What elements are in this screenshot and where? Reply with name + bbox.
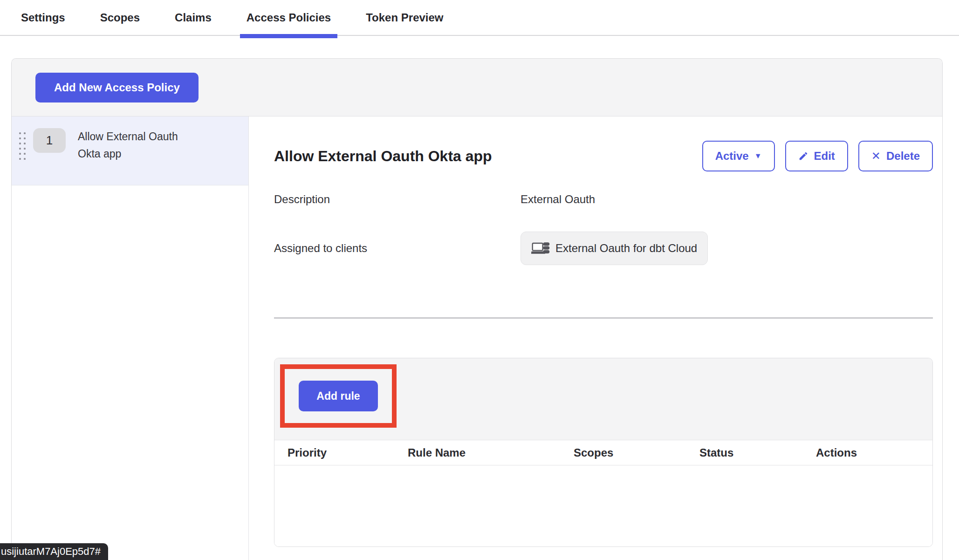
- status-dropdown-button[interactable]: Active ▼: [702, 141, 775, 171]
- okta-authorization-server-page: Settings Scopes Claims Access Policies T…: [0, 0, 959, 560]
- drag-handle-icon[interactable]: [19, 132, 26, 160]
- description-value: External Oauth: [521, 193, 595, 206]
- active-tab-underline: [240, 34, 337, 38]
- tab-bar: Settings Scopes Claims Access Policies T…: [0, 0, 959, 36]
- tab-settings[interactable]: Settings: [21, 0, 65, 35]
- assigned-client-name: External Oauth for dbt Cloud: [555, 242, 697, 255]
- tab-claims-label: Claims: [175, 11, 212, 24]
- status-dropdown-label: Active: [715, 150, 749, 163]
- column-header-status: Status: [699, 446, 816, 459]
- edit-button-label: Edit: [814, 150, 835, 163]
- panel-toolbar: Add New Access Policy: [12, 59, 942, 116]
- tab-scopes-label: Scopes: [100, 11, 140, 24]
- tab-settings-label: Settings: [21, 11, 65, 24]
- tab-token-preview-label: Token Preview: [366, 11, 443, 24]
- panel-body: 1 Allow External Oauth Okta app Allow Ex…: [12, 116, 942, 560]
- pencil-icon: [798, 151, 808, 161]
- description-field-row: Description External Oauth: [274, 193, 933, 206]
- add-new-access-policy-button[interactable]: Add New Access Policy: [35, 73, 199, 102]
- column-header-actions: Actions: [816, 446, 932, 459]
- access-policies-panel: Add New Access Policy 1 Allow External O…: [11, 58, 943, 560]
- policy-action-buttons: Active ▼ Edit ✕: [702, 141, 933, 171]
- link-preview-tooltip: usijiutarM7Aj0Ep5d7#: [0, 543, 108, 560]
- assigned-clients-field-row: Assigned to clients: [274, 232, 933, 265]
- column-header-priority: Priority: [288, 446, 408, 459]
- edit-button[interactable]: Edit: [785, 141, 848, 171]
- red-annotation-rectangle: Add rule: [280, 364, 397, 428]
- add-rule-button[interactable]: Add rule: [299, 381, 378, 411]
- policy-priority-badge: 1: [33, 128, 66, 153]
- delete-button[interactable]: ✕ Delete: [858, 141, 933, 171]
- rules-table-empty-body: [274, 465, 932, 546]
- client-app-icon: [531, 240, 551, 257]
- column-header-rule-name: Rule Name: [408, 446, 574, 459]
- section-divider: [274, 317, 933, 319]
- column-header-scopes: Scopes: [574, 446, 699, 459]
- link-preview-text: usijiutarM7Aj0Ep5d7#: [1, 546, 101, 558]
- tab-claims[interactable]: Claims: [175, 0, 212, 35]
- policy-title: Allow External Oauth Okta app: [274, 148, 492, 165]
- assigned-client-chip[interactable]: External Oauth for dbt Cloud: [521, 232, 708, 265]
- assigned-clients-label: Assigned to clients: [274, 242, 521, 255]
- description-label: Description: [274, 193, 521, 206]
- policy-list: 1 Allow External Oauth Okta app: [12, 116, 249, 560]
- delete-button-label: Delete: [886, 150, 920, 163]
- tab-access-policies[interactable]: Access Policies: [247, 0, 331, 35]
- policy-detail-header: Allow External Oauth Okta app Active ▼: [274, 141, 933, 171]
- rules-table-header: Priority Rule Name Scopes Status Actions: [274, 440, 932, 465]
- policy-list-item[interactable]: 1 Allow External Oauth Okta app: [12, 116, 248, 185]
- policy-detail-pane: Allow External Oauth Okta app Active ▼: [249, 116, 942, 560]
- tab-scopes[interactable]: Scopes: [100, 0, 140, 35]
- rules-header: Add rule: [274, 358, 932, 440]
- close-icon: ✕: [871, 150, 881, 162]
- rules-section: Add rule Priority Rule Name Scopes Statu…: [274, 358, 933, 547]
- chevron-down-icon: ▼: [754, 152, 762, 160]
- tab-access-policies-label: Access Policies: [247, 11, 331, 24]
- tab-token-preview[interactable]: Token Preview: [366, 0, 443, 35]
- policy-item-label: Allow External Oauth Okta app: [78, 128, 197, 163]
